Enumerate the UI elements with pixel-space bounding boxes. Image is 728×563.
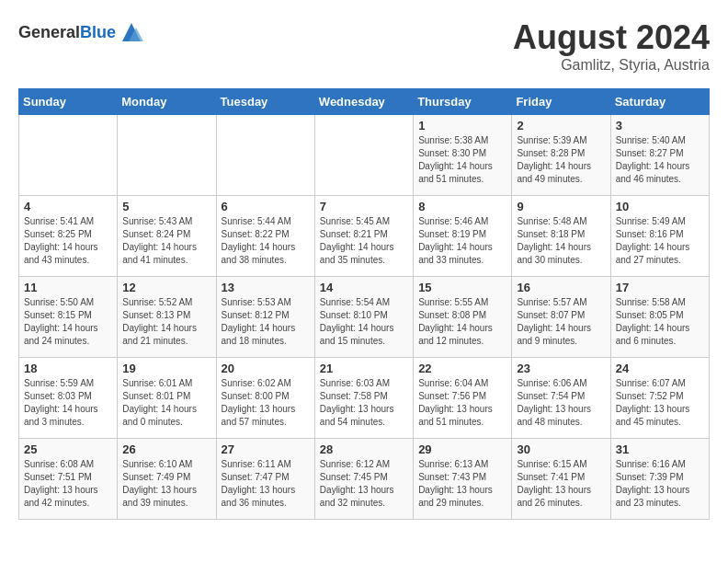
day-info: Sunrise: 5:57 AM Sunset: 8:07 PM Dayligh…: [517, 296, 605, 348]
day-info: Sunrise: 5:48 AM Sunset: 8:18 PM Dayligh…: [517, 215, 605, 267]
day-number: 30: [517, 442, 605, 456]
title-block: August 2024 Gamlitz, Styria, Austria: [513, 18, 710, 74]
day-info: Sunrise: 5:44 AM Sunset: 8:22 PM Dayligh…: [222, 215, 310, 267]
calendar-cell: 9Sunrise: 5:48 AM Sunset: 8:18 PM Daylig…: [512, 196, 610, 277]
calendar-cell: 27Sunrise: 6:11 AM Sunset: 7:47 PM Dayli…: [216, 439, 314, 520]
day-info: Sunrise: 5:54 AM Sunset: 8:10 PM Dayligh…: [320, 296, 408, 348]
day-info: Sunrise: 5:49 AM Sunset: 8:16 PM Dayligh…: [616, 215, 704, 267]
weekday-header-row: SundayMondayTuesdayWednesdayThursdayFrid…: [19, 89, 710, 115]
day-number: 12: [122, 281, 210, 294]
calendar-week-row: 1Sunrise: 5:38 AM Sunset: 8:30 PM Daylig…: [19, 115, 710, 196]
calendar-cell: [216, 115, 314, 196]
day-number: 20: [222, 362, 310, 375]
calendar-cell: 2Sunrise: 5:39 AM Sunset: 8:28 PM Daylig…: [512, 115, 610, 196]
day-info: Sunrise: 5:45 AM Sunset: 8:21 PM Dayligh…: [320, 215, 408, 267]
calendar-cell: 29Sunrise: 6:13 AM Sunset: 7:43 PM Dayli…: [414, 439, 512, 520]
day-info: Sunrise: 5:43 AM Sunset: 8:24 PM Dayligh…: [122, 215, 210, 267]
weekday-header-monday: Monday: [118, 89, 216, 115]
day-number: 22: [418, 362, 506, 375]
day-number: 14: [320, 281, 408, 294]
calendar-cell: 31Sunrise: 6:16 AM Sunset: 7:39 PM Dayli…: [610, 439, 709, 520]
calendar-cell: 7Sunrise: 5:45 AM Sunset: 8:21 PM Daylig…: [314, 196, 413, 277]
calendar-cell: 24Sunrise: 6:07 AM Sunset: 7:52 PM Dayli…: [610, 358, 709, 439]
day-info: Sunrise: 5:39 AM Sunset: 8:28 PM Dayligh…: [517, 134, 605, 186]
calendar-cell: 11Sunrise: 5:50 AM Sunset: 8:15 PM Dayli…: [19, 277, 118, 358]
calendar-cell: 12Sunrise: 5:52 AM Sunset: 8:13 PM Dayli…: [118, 277, 216, 358]
day-number: 7: [320, 200, 408, 213]
weekday-header-wednesday: Wednesday: [314, 89, 413, 115]
page-header: GeneralBlue August 2024 Gamlitz, Styria,…: [18, 18, 710, 74]
calendar-week-row: 25Sunrise: 6:08 AM Sunset: 7:51 PM Dayli…: [19, 439, 710, 520]
day-info: Sunrise: 6:08 AM Sunset: 7:51 PM Dayligh…: [24, 458, 112, 510]
calendar-cell: 28Sunrise: 6:12 AM Sunset: 7:45 PM Dayli…: [314, 439, 413, 520]
day-info: Sunrise: 5:55 AM Sunset: 8:08 PM Dayligh…: [418, 296, 506, 348]
weekday-header-sunday: Sunday: [19, 89, 118, 115]
day-number: 19: [122, 362, 210, 375]
day-number: 1: [418, 119, 506, 132]
day-number: 21: [320, 362, 408, 375]
day-number: 28: [320, 442, 408, 456]
day-info: Sunrise: 6:10 AM Sunset: 7:49 PM Dayligh…: [122, 458, 210, 510]
day-info: Sunrise: 6:16 AM Sunset: 7:39 PM Dayligh…: [616, 458, 704, 510]
calendar-cell: 18Sunrise: 5:59 AM Sunset: 8:03 PM Dayli…: [19, 358, 118, 439]
day-info: Sunrise: 5:59 AM Sunset: 8:03 PM Dayligh…: [24, 377, 112, 429]
day-number: 27: [222, 442, 310, 456]
day-number: 3: [616, 119, 704, 132]
calendar-cell: 17Sunrise: 5:58 AM Sunset: 8:05 PM Dayli…: [610, 277, 709, 358]
day-number: 6: [222, 200, 310, 213]
location-subtitle: Gamlitz, Styria, Austria: [513, 57, 710, 74]
calendar-cell: 3Sunrise: 5:40 AM Sunset: 8:27 PM Daylig…: [610, 115, 709, 196]
calendar-cell: [314, 115, 413, 196]
day-number: 26: [122, 442, 210, 456]
day-number: 5: [122, 200, 210, 213]
calendar-week-row: 11Sunrise: 5:50 AM Sunset: 8:15 PM Dayli…: [19, 277, 710, 358]
calendar-cell: 1Sunrise: 5:38 AM Sunset: 8:30 PM Daylig…: [414, 115, 512, 196]
day-number: 10: [616, 200, 704, 213]
day-info: Sunrise: 6:11 AM Sunset: 7:47 PM Dayligh…: [222, 458, 310, 510]
day-number: 25: [24, 442, 112, 456]
day-number: 15: [418, 281, 506, 294]
calendar-cell: [19, 115, 118, 196]
day-info: Sunrise: 6:13 AM Sunset: 7:43 PM Dayligh…: [418, 458, 506, 510]
day-number: 13: [222, 281, 310, 294]
calendar-week-row: 18Sunrise: 5:59 AM Sunset: 8:03 PM Dayli…: [19, 358, 710, 439]
calendar-cell: 6Sunrise: 5:44 AM Sunset: 8:22 PM Daylig…: [216, 196, 314, 277]
day-info: Sunrise: 5:40 AM Sunset: 8:27 PM Dayligh…: [616, 134, 704, 186]
day-number: 29: [418, 442, 506, 456]
calendar-cell: 8Sunrise: 5:46 AM Sunset: 8:19 PM Daylig…: [414, 196, 512, 277]
calendar-cell: 23Sunrise: 6:06 AM Sunset: 7:54 PM Dayli…: [512, 358, 610, 439]
day-info: Sunrise: 5:58 AM Sunset: 8:05 PM Dayligh…: [616, 296, 704, 348]
calendar-cell: 25Sunrise: 6:08 AM Sunset: 7:51 PM Dayli…: [19, 439, 118, 520]
logo-icon: [118, 18, 145, 46]
calendar-cell: 4Sunrise: 5:41 AM Sunset: 8:25 PM Daylig…: [19, 196, 118, 277]
day-info: Sunrise: 6:12 AM Sunset: 7:45 PM Dayligh…: [320, 458, 408, 510]
day-info: Sunrise: 6:03 AM Sunset: 7:58 PM Dayligh…: [320, 377, 408, 429]
day-number: 31: [616, 442, 704, 456]
month-year-title: August 2024: [513, 18, 710, 57]
day-number: 9: [517, 200, 605, 213]
logo-blue: Blue: [80, 23, 116, 41]
calendar-cell: 26Sunrise: 6:10 AM Sunset: 7:49 PM Dayli…: [118, 439, 216, 520]
day-number: 18: [24, 362, 112, 375]
weekday-header-thursday: Thursday: [414, 89, 512, 115]
day-info: Sunrise: 6:15 AM Sunset: 7:41 PM Dayligh…: [517, 458, 605, 510]
calendar-cell: 13Sunrise: 5:53 AM Sunset: 8:12 PM Dayli…: [216, 277, 314, 358]
calendar-cell: 15Sunrise: 5:55 AM Sunset: 8:08 PM Dayli…: [414, 277, 512, 358]
weekday-header-friday: Friday: [512, 89, 610, 115]
day-number: 11: [24, 281, 112, 294]
logo-general: General: [18, 23, 80, 41]
day-info: Sunrise: 6:04 AM Sunset: 7:56 PM Dayligh…: [418, 377, 506, 429]
calendar-week-row: 4Sunrise: 5:41 AM Sunset: 8:25 PM Daylig…: [19, 196, 710, 277]
calendar-cell: 22Sunrise: 6:04 AM Sunset: 7:56 PM Dayli…: [414, 358, 512, 439]
day-info: Sunrise: 6:01 AM Sunset: 8:01 PM Dayligh…: [122, 377, 210, 429]
calendar-cell: 20Sunrise: 6:02 AM Sunset: 8:00 PM Dayli…: [216, 358, 314, 439]
calendar-cell: 19Sunrise: 6:01 AM Sunset: 8:01 PM Dayli…: [118, 358, 216, 439]
calendar-cell: 30Sunrise: 6:15 AM Sunset: 7:41 PM Dayli…: [512, 439, 610, 520]
day-info: Sunrise: 5:38 AM Sunset: 8:30 PM Dayligh…: [418, 134, 506, 186]
day-info: Sunrise: 5:52 AM Sunset: 8:13 PM Dayligh…: [122, 296, 210, 348]
calendar-cell: 21Sunrise: 6:03 AM Sunset: 7:58 PM Dayli…: [314, 358, 413, 439]
weekday-header-saturday: Saturday: [610, 89, 709, 115]
weekday-header-tuesday: Tuesday: [216, 89, 314, 115]
day-info: Sunrise: 5:50 AM Sunset: 8:15 PM Dayligh…: [24, 296, 112, 348]
day-number: 17: [616, 281, 704, 294]
